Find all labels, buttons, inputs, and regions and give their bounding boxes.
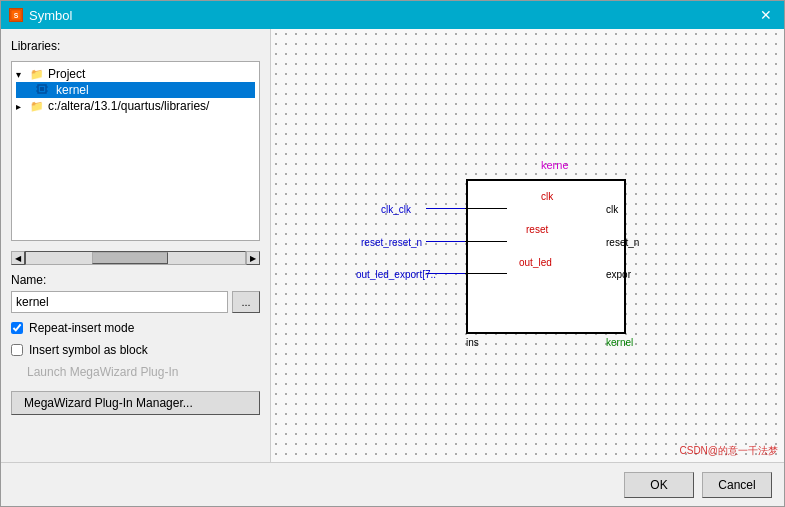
library-tree[interactable]: ▾ 📁 Project [11,61,260,241]
watermark: CSDN@的意一千法梦 [680,444,779,458]
scroll-left-btn[interactable]: ◀ [11,251,25,265]
title-bar-left: S Symbol [9,8,72,23]
collapse-arrow: ▸ [16,101,26,112]
left-panel: Libraries: ▾ 📁 Project [1,29,271,462]
reset-line2 [465,241,507,242]
repeat-insert-label[interactable]: Repeat-insert mode [29,321,134,335]
insert-block-row: Insert symbol as block [11,343,260,357]
pin-out-wire: out_led_export[7.. [356,269,436,280]
ok-button[interactable]: OK [624,472,694,498]
tree-scrollbar[interactable]: ◀ ▶ [11,251,260,265]
megawizard-manager-button[interactable]: MegaWizard Plug-In Manager... [11,391,260,415]
chip-icon [36,83,48,97]
pin-clk-wire: clk_clk [381,204,411,215]
cancel-button[interactable]: Cancel [702,472,772,498]
symbol-component-name: kerne [541,159,569,171]
pin-reset-out: reset_n [606,237,639,248]
component-label: kernel [606,337,633,348]
scroll-track[interactable] [25,251,246,265]
title-bar: S Symbol ✕ [1,1,784,29]
name-input[interactable] [11,291,228,313]
repeat-insert-row: Repeat-insert mode [11,321,260,335]
scroll-right-btn[interactable]: ▶ [246,251,260,265]
launch-megawizard-row: Launch MegaWizard Plug-In [11,365,260,379]
repeat-insert-checkbox[interactable] [11,322,23,334]
out-line [426,273,466,274]
svg-text:S: S [14,12,19,19]
main-content: Libraries: ▾ 📁 Project [1,29,784,462]
launch-megawizard-label: Launch MegaWizard Plug-In [27,365,178,379]
tree-item-kernel-label: kernel [56,83,89,97]
tree-item-kernel[interactable]: kernel [16,82,255,98]
clk-line [426,208,466,209]
svg-rect-3 [40,87,44,91]
pin-clk-out: clk [606,204,618,215]
tree-item-altera-label: c:/altera/13.1/quartus/libraries/ [48,99,209,113]
insert-block-checkbox[interactable] [11,344,23,356]
tree-item-label: Project [48,67,85,81]
name-section: Name: ... [11,273,260,313]
pin-reset-wire: reset_reset_n [361,237,422,248]
insert-block-label[interactable]: Insert symbol as block [29,343,148,357]
window-title: Symbol [29,8,72,23]
scroll-thumb [92,252,169,264]
browse-button[interactable]: ... [232,291,260,313]
folder-icon-altera: 📁 [30,100,44,113]
pin-clk-label: clk [541,191,553,202]
out-line2 [465,273,507,274]
libraries-label: Libraries: [11,39,260,53]
footer-bar: OK Cancel [1,462,784,506]
folder-icon: 📁 [30,68,44,81]
preview-panel: kerne clk clk clk_clk reset reset_reset_… [271,29,784,462]
name-label: Name: [11,273,260,287]
close-button[interactable]: ✕ [756,5,776,25]
tree-item-project[interactable]: ▾ 📁 Project [16,66,255,82]
symbol-dialog: S Symbol ✕ Libraries: ▾ 📁 Project [0,0,785,507]
symbol-canvas: kerne clk clk clk_clk reset reset_reset_… [271,29,784,462]
name-input-row: ... [11,291,260,313]
clk-line2 [465,208,507,209]
pin-out-out: expor [606,269,631,280]
reset-line [426,241,466,242]
pin-reset-label: reset [526,224,548,235]
tree-item-altera[interactable]: ▸ 📁 c:/altera/13.1/quartus/libraries/ [16,98,255,114]
window-icon: S [9,8,23,22]
pin-out-label: out_led [519,257,552,268]
expand-arrow: ▾ [16,69,26,80]
instance-label: ins [466,337,479,348]
